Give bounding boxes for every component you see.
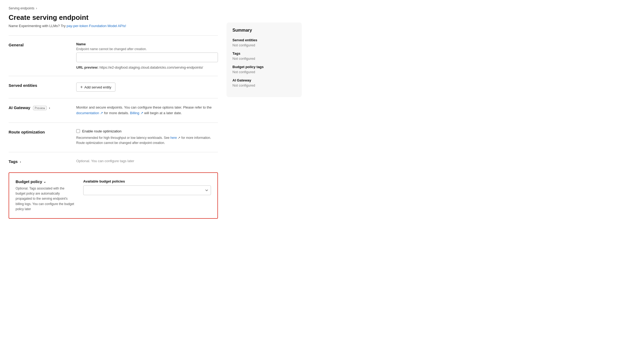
route-optimization-hint: Recommended for high throughput or low l… [76, 135, 218, 146]
general-section: General Name Endpoint name cannot be cha… [9, 35, 218, 76]
summary-budget-policy-tags-value: Not configured [232, 70, 296, 74]
route-hint-link[interactable]: here [170, 136, 177, 140]
route-optimization-label: Route optimization [9, 129, 68, 134]
breadcrumb-link[interactable]: Serving endpoints [9, 6, 34, 10]
summary-ai-gateway: AI Gateway Not configured [232, 78, 296, 87]
breadcrumb[interactable]: Serving endpoints › [9, 6, 218, 10]
subtitle: Name Experimenting with LLMs? Try pay-pe… [9, 24, 218, 28]
budget-policy-label-col: Budget policy ⌄ Optional. Tags associate… [16, 179, 75, 212]
endpoint-name-input[interactable] [76, 53, 218, 62]
subtitle-text: Name [9, 24, 18, 28]
summary-ai-gateway-label: AI Gateway [232, 78, 296, 82]
general-label: General [9, 42, 68, 47]
tags-chevron[interactable]: › [20, 160, 21, 164]
budget-policy-title: Budget policy [16, 179, 42, 184]
route-optimization-content: Enable route optimization Recommended fo… [76, 129, 218, 146]
sidebar: Summary Served entities Not configured T… [227, 6, 302, 219]
budget-policy-title-row: Budget policy ⌄ [16, 179, 75, 184]
route-optimization-checkbox[interactable] [76, 129, 80, 133]
ai-gateway-content: Monitor and secure endpoints. You can co… [76, 105, 218, 116]
budget-policy-chevron[interactable]: ⌄ [43, 180, 46, 184]
breadcrumb-chevron: › [36, 6, 37, 10]
documentation-link[interactable]: documentation ↗ [76, 111, 103, 115]
route-hint-before: Recommended for high throughput or low l… [76, 136, 170, 140]
budget-policy-select[interactable] [83, 185, 211, 195]
served-entities-label: Served entities [9, 83, 68, 88]
ai-gateway-title: AI Gateway [9, 105, 30, 110]
served-entities-section: Served entities + Add served entity [9, 76, 218, 98]
plus-icon: + [80, 85, 83, 90]
tags-section: Tags › Optional. You can configure tags … [9, 152, 218, 170]
budget-policy-description: Optional. Tags associated with the budge… [16, 186, 75, 212]
tags-hint: Optional. You can configure tags later [76, 159, 134, 163]
subtitle-link[interactable]: pay-per-token Foundation Model APIs! [67, 24, 126, 28]
summary-budget-policy-tags: Budget policy tags Not configured [232, 65, 296, 74]
summary-tags-value: Not configured [232, 57, 296, 61]
summary-box: Summary Served entities Not configured T… [227, 23, 302, 97]
tags-content: Optional. You can configure tags later [76, 159, 218, 163]
url-preview: URL preview: https://e2-dogfood.staging.… [76, 65, 218, 69]
ai-gateway-label: AI Gateway Preview › [9, 105, 68, 110]
name-field-hint: Endpoint name cannot be changed after cr… [76, 47, 218, 51]
url-preview-value: https://e2-dogfood.staging.cloud.databri… [99, 65, 203, 69]
tags-label: Tags › [9, 159, 68, 164]
route-optimization-checkbox-label[interactable]: Enable route optimization [82, 129, 122, 133]
summary-tags: Tags Not configured [232, 51, 296, 61]
budget-policy-section: Budget policy ⌄ Optional. Tags associate… [9, 173, 217, 218]
route-hint-after: ↗ for more information. [178, 136, 211, 140]
subtitle-static: Experimenting with LLMs? Try [19, 24, 67, 28]
summary-ai-gateway-value: Not configured [232, 83, 296, 87]
ai-gateway-billing-end: will begin at a later date. [144, 111, 182, 115]
url-preview-label: URL preview: [76, 65, 99, 69]
add-entity-label: Add served entity [84, 85, 111, 89]
route-hint-second: Route optimization cannot be changed aft… [76, 141, 165, 145]
enable-route-optimization-row: Enable route optimization [76, 129, 218, 133]
ai-gateway-for-more: for more details. [104, 111, 130, 115]
ai-gateway-desc: Monitor and secure endpoints. You can co… [76, 105, 212, 109]
preview-badge: Preview [33, 106, 47, 110]
ai-gateway-section: AI Gateway Preview › Monitor and secure … [9, 98, 218, 122]
summary-served-entities: Served entities Not configured [232, 38, 296, 47]
page-title: Create serving endpoint [9, 13, 218, 22]
route-optimization-section: Route optimization Enable route optimiza… [9, 122, 218, 152]
summary-title: Summary [232, 28, 296, 33]
general-content: Name Endpoint name cannot be changed aft… [76, 42, 218, 69]
served-entities-content: + Add served entity [76, 83, 218, 92]
name-field-label: Name [76, 42, 218, 46]
tags-title: Tags [9, 159, 18, 164]
add-served-entity-button[interactable]: + Add served entity [76, 83, 115, 92]
summary-budget-policy-tags-label: Budget policy tags [232, 65, 296, 69]
summary-served-entities-label: Served entities [232, 38, 296, 42]
billing-link[interactable]: Billing ↗ [130, 111, 143, 115]
budget-policy-wrapper: Budget policy ⌄ Optional. Tags associate… [9, 172, 218, 219]
budget-policy-content: Available budget policies [83, 179, 211, 195]
summary-tags-label: Tags [232, 51, 296, 55]
ai-gateway-chevron[interactable]: › [49, 106, 50, 110]
budget-available-label: Available budget policies [83, 179, 211, 183]
summary-served-entities-value: Not configured [232, 43, 296, 47]
